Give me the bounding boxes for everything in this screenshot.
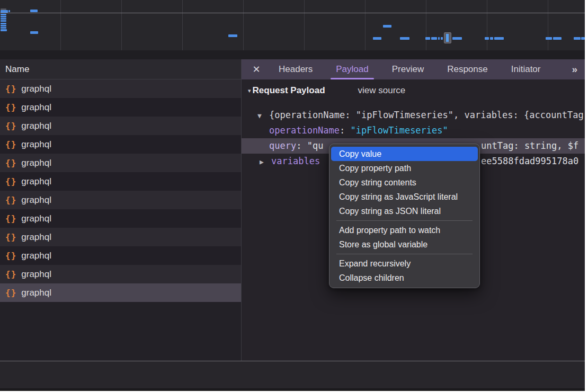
- menu-item-copy-value[interactable]: Copy value: [331, 147, 478, 161]
- json-request-icon: {}: [5, 232, 16, 242]
- menu-item-store-as-global-variable[interactable]: Store as global variable: [331, 237, 478, 252]
- request-timing-bar[interactable]: [228, 34, 237, 37]
- request-row-graphql[interactable]: {}graphql: [0, 98, 241, 117]
- request-timing-bar[interactable]: [431, 37, 437, 40]
- request-timing-bar[interactable]: [490, 37, 493, 40]
- request-timing-bar[interactable]: [1, 14, 6, 15]
- request-timing-bar[interactable]: [1, 10, 8, 13]
- request-row-graphql[interactable]: {}graphql: [0, 191, 241, 209]
- request-row-graphql[interactable]: {}graphql: [0, 154, 241, 172]
- devtools-window: Name {}graphql{}graphql{}graphql{}graphq…: [0, 0, 585, 391]
- request-payload-section-header[interactable]: ▾ Request Payload view source: [242, 79, 585, 102]
- request-name-label: graphql: [21, 213, 51, 224]
- request-timing-bar[interactable]: [1, 16, 6, 17]
- property-key: operationName: [269, 125, 340, 136]
- view-source-link[interactable]: view source: [358, 85, 406, 96]
- request-row-graphql[interactable]: {}graphql: [0, 246, 241, 265]
- window-bottom-edge: [0, 388, 585, 391]
- request-row-graphql[interactable]: {}graphql: [0, 79, 241, 98]
- request-timing-bar[interactable]: [485, 37, 489, 40]
- overview-selection-marker-core: [446, 34, 449, 42]
- close-details-button[interactable]: ✕: [246, 64, 267, 75]
- json-request-icon: {}: [5, 158, 16, 168]
- request-name-label: graphql: [21, 269, 51, 280]
- json-request-icon: {}: [5, 139, 16, 149]
- request-timing-bar[interactable]: [438, 37, 440, 40]
- menu-item-copy-string-contents[interactable]: Copy string contents: [331, 175, 478, 190]
- tab-headers[interactable]: Headers: [267, 59, 324, 79]
- request-timing-bar[interactable]: [452, 37, 462, 40]
- tab-preview[interactable]: Preview: [380, 59, 435, 79]
- request-timing-bar[interactable]: [441, 37, 443, 40]
- request-row-graphql[interactable]: {}graphql: [0, 283, 241, 302]
- request-timing-bar[interactable]: [1, 25, 6, 26]
- details-tab-bar: ✕ Headers Payload Preview Response Initi…: [242, 59, 585, 79]
- request-timing-bar[interactable]: [581, 37, 585, 40]
- overview-bottom-band: [0, 50, 585, 59]
- tab-response[interactable]: Response: [435, 59, 500, 79]
- json-request-icon: {}: [5, 288, 16, 298]
- request-row-graphql[interactable]: {}graphql: [0, 265, 241, 283]
- key-separator: :: [296, 140, 307, 151]
- request-timing-bar[interactable]: [1, 23, 6, 24]
- request-name-label: graphql: [21, 139, 51, 150]
- tree-root-row[interactable]: ▼{operationName: "ipFlowTimeseries", var…: [242, 108, 585, 123]
- menu-item-copy-string-as-javascript-literal[interactable]: Copy string as JavaScript literal: [331, 190, 478, 204]
- json-request-icon: {}: [5, 195, 16, 205]
- request-name-label: graphql: [21, 158, 51, 168]
- request-list: {}graphql{}graphql{}graphql{}graphql{}gr…: [0, 79, 241, 302]
- menu-item-copy-string-as-json-literal[interactable]: Copy string as JSON literal: [331, 204, 478, 218]
- request-timing-bar[interactable]: [30, 31, 38, 34]
- network-overview-strip[interactable]: [0, 0, 585, 50]
- property-value: "ipFlowTimeseries": [351, 125, 448, 136]
- request-timing-bar[interactable]: [1, 29, 7, 31]
- request-timing-bar[interactable]: [1, 20, 6, 22]
- request-row-graphql[interactable]: {}graphql: [0, 228, 241, 246]
- property-preview-fragment: ee5588fdad995178a0: [481, 154, 578, 169]
- request-payload-title: Request Payload: [253, 85, 325, 96]
- request-timing-bar[interactable]: [553, 37, 562, 40]
- tree-operation-name-row[interactable]: operationName: "ipFlowTimeseries": [242, 123, 585, 138]
- overview-selection-marker[interactable]: [444, 32, 451, 43]
- json-request-icon: {}: [5, 213, 16, 224]
- expand-triangle-icon[interactable]: ▶: [260, 154, 271, 170]
- request-name-label: graphql: [21, 121, 51, 131]
- request-row-graphql[interactable]: {}graphql: [0, 172, 241, 191]
- menu-item-expand-recursively[interactable]: Expand recursively: [331, 256, 478, 271]
- request-timing-bar[interactable]: [400, 37, 409, 40]
- more-tabs-icon[interactable]: »: [572, 64, 577, 75]
- request-row-graphql[interactable]: {}graphql: [0, 135, 241, 154]
- request-row-graphql[interactable]: {}graphql: [0, 117, 241, 135]
- context-menu: Copy valueCopy property pathCopy string …: [329, 144, 480, 288]
- root-preview-text: {operationName: "ipFlowTimeseries", vari…: [269, 110, 585, 120]
- property-key: variables: [271, 156, 320, 166]
- tab-payload[interactable]: Payload: [324, 59, 380, 79]
- json-request-icon: {}: [5, 176, 16, 186]
- request-timing-bar[interactable]: [546, 37, 552, 40]
- tab-initiator[interactable]: Initiator: [500, 59, 553, 79]
- request-timing-bar[interactable]: [373, 37, 381, 40]
- menu-item-add-property-path-to-watch[interactable]: Add property path to watch: [331, 223, 478, 237]
- request-timing-bar[interactable]: [30, 10, 38, 12]
- request-name-label: graphql: [21, 176, 51, 187]
- request-row-graphql[interactable]: {}graphql: [0, 209, 241, 228]
- property-value-start: "qu: [307, 140, 324, 151]
- menu-item-copy-property-path[interactable]: Copy property path: [331, 161, 478, 175]
- name-column-header[interactable]: Name: [0, 59, 241, 79]
- request-name-label: graphql: [21, 232, 51, 243]
- request-name-label: graphql: [21, 251, 51, 261]
- request-timing-bar[interactable]: [383, 25, 391, 28]
- request-timing-bar[interactable]: [494, 37, 504, 40]
- property-value-fragment: untTag: string, $f: [481, 138, 578, 154]
- request-timing-bar[interactable]: [1, 18, 6, 20]
- overview-lane-divider: [0, 13, 585, 13]
- request-timing-bar[interactable]: [1, 27, 6, 29]
- request-timing-bar[interactable]: [574, 37, 581, 40]
- request-timing-bar[interactable]: [425, 37, 430, 40]
- menu-item-collapse-children[interactable]: Collapse children: [331, 271, 478, 285]
- json-request-icon: {}: [5, 102, 16, 112]
- request-timing-bar[interactable]: [8, 10, 10, 12]
- expand-triangle-icon[interactable]: ▼: [257, 108, 269, 123]
- collapse-triangle-icon[interactable]: ▾: [248, 87, 251, 94]
- json-request-icon: {}: [5, 269, 16, 279]
